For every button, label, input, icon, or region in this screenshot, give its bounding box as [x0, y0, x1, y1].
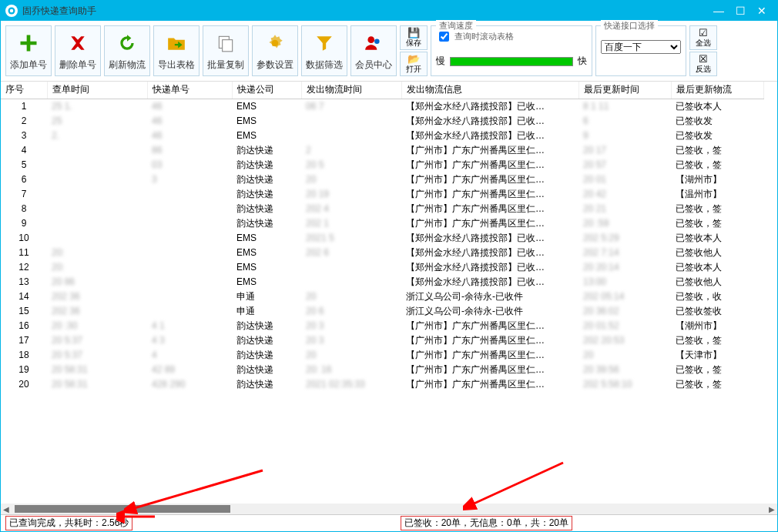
table-row[interactable]: 9韵达快递202 1【广州市】广东广州番禺区里仁…20 :59已签收，签	[1, 216, 763, 231]
cell-tracking: 03	[147, 158, 232, 172]
cell-last-time: 8 1 11	[578, 99, 671, 114]
copy-button[interactable]: 批量复制	[203, 25, 249, 76]
vip-button[interactable]: 会员中心	[350, 25, 397, 76]
cell-tracking: 46	[147, 129, 232, 143]
col-serial[interactable]: 序号	[1, 82, 47, 99]
table-row[interactable]: 1920 58:3142 89韵达快递20: 16【广州市】广东广州番禺区里仁……	[1, 363, 763, 377]
table-row[interactable]: 1220:EMS【郑州金水经八路揽投部】已收…20 20:14已签收本人	[1, 260, 763, 275]
slow-label: 慢	[436, 55, 445, 68]
cell-tracking	[147, 304, 232, 319]
close-button[interactable]: ✕	[751, 3, 773, 18]
status-bar: 已查询完成，共耗时：2.56秒 已签收：20单，无信息：0单，共：20单	[1, 514, 777, 531]
scroll-thumb[interactable]	[15, 505, 230, 513]
speed-slider[interactable]	[450, 57, 573, 66]
cell-last-time: 202 20:53	[578, 333, 671, 348]
select-all-button[interactable]: ☑ 全选	[689, 25, 717, 50]
cell-last-info: 【湖州市】	[671, 172, 763, 187]
cell-send-info: 【郑州金水经八路揽投部】已收…	[401, 246, 578, 260]
cell-send-info: 【广州市】广东广州番禺区里仁…	[401, 348, 578, 363]
cell-serial: 12	[1, 260, 47, 275]
cell-tracking	[147, 231, 232, 246]
cell-last-info: 已签收，签	[671, 216, 763, 231]
open-button[interactable]: 📂 打开	[400, 52, 428, 76]
cell-query-time: 20 58:31	[47, 363, 147, 377]
cell-send-info: 【郑州金水经八路揽投部】已收…	[401, 231, 578, 246]
delete-button[interactable]: 删除单号	[55, 25, 101, 76]
cell-query-time	[47, 216, 147, 231]
table-row[interactable]: 14202 36申通20浙江义乌公司-余待永-已收件202 05:14已签收，收	[1, 289, 763, 304]
add-button[interactable]: 添加单号	[5, 25, 52, 76]
cell-last-time: 9	[578, 129, 671, 143]
minimize-button[interactable]: —	[708, 3, 729, 18]
table-row[interactable]: 63韵达快递20【广州市】广东广州番禺区里仁…20 01【湖州市】	[1, 172, 763, 187]
cell-serial: 16	[1, 319, 47, 333]
cell-tracking	[147, 187, 232, 202]
interface-select[interactable]: 百度一下	[601, 40, 681, 54]
data-table[interactable]: 序号 查单时间 快递单号 快递公司 发出物流时间 发出物流信息 最后更新时间 最…	[1, 82, 764, 392]
cell-company: 韵达快递	[232, 158, 301, 172]
table-row[interactable]: 1120:EMS202 6【郑州金水经八路揽投部】已收…202 7:14已签收他…	[1, 246, 763, 260]
cell-send-time	[301, 275, 401, 289]
save-button[interactable]: 💾 保存	[400, 25, 428, 50]
cell-last-time: 20 39:56	[578, 363, 671, 377]
table-row[interactable]: 15202 36申通20 6浙江义乌公司-余待永-已收件20 36:02已签收签…	[1, 304, 763, 319]
table-row[interactable]: 1620 :304 1韵达快递20 3【广州市】广东广州番禺区里仁…20 01:…	[1, 319, 763, 333]
table-row[interactable]: 8韵达快递202 4【广州市】广东广州番禺区里仁…20 21已签收，签	[1, 202, 763, 216]
scroll-left-icon[interactable]: ◀	[1, 504, 12, 514]
table-row[interactable]: 125 1.46EMS06 7【郑州金水经八路揽投部】已收…8 1 11已签收本…	[1, 99, 763, 114]
cell-company: EMS	[232, 114, 301, 129]
settings-button[interactable]: 参数设置	[252, 25, 298, 76]
cell-send-time: 20 3	[301, 333, 401, 348]
col-tracking-no[interactable]: 快递单号	[147, 82, 232, 99]
cell-query-time: 20 86	[47, 275, 147, 289]
export-button[interactable]: 导出表格	[153, 25, 200, 76]
cell-send-info: 【广州市】广东广州番禺区里仁…	[401, 377, 578, 392]
cell-last-time: 20 01	[578, 172, 671, 187]
scroll-right-icon[interactable]: ▶	[766, 504, 777, 514]
cell-serial: 17	[1, 333, 47, 348]
cell-tracking	[147, 202, 232, 216]
cell-tracking: 42 89	[147, 363, 232, 377]
cell-query-time: 20:	[47, 246, 147, 260]
table-row[interactable]: 1820 5:374 韵达快递20【广州市】广东广州番禺区里仁…20【天津市】	[1, 348, 763, 363]
table-row[interactable]: 22546EMS【郑州金水经八路揽投部】已收… 6已签收发	[1, 114, 763, 129]
col-query-time[interactable]: 查单时间	[47, 82, 147, 99]
table-row[interactable]: 486韵达快递2【广州市】广东广州番禺区里仁…20 17已签收，签	[1, 143, 763, 158]
horizontal-scrollbar[interactable]: ◀ ▶	[1, 504, 777, 514]
cell-send-time: 20 6	[301, 304, 401, 319]
scroll-checkbox[interactable]	[439, 32, 449, 42]
cell-company: 韵达快递	[232, 172, 301, 187]
cell-last-time: 20	[578, 348, 671, 363]
cell-company: EMS	[232, 129, 301, 143]
cell-last-time: 20 :59	[578, 216, 671, 231]
cell-last-info: 已签收他人	[671, 275, 763, 289]
col-send-info[interactable]: 发出物流信息	[401, 82, 578, 99]
svg-point-5	[367, 36, 374, 43]
table-row[interactable]: 1720 5:374 3韵达快递20 3【广州市】广东广州番禺区里仁…202 2…	[1, 333, 763, 348]
filter-button[interactable]: 数据筛选	[301, 25, 347, 76]
cell-last-time: 20 21	[578, 202, 671, 216]
col-send-time[interactable]: 发出物流时间	[301, 82, 401, 99]
col-last-info[interactable]: 最后更新物流	[671, 82, 763, 99]
table-row[interactable]: 503韵达快递20 5【广州市】广东广州番禺区里仁…20 57已签收，签	[1, 158, 763, 172]
cell-send-info: 【郑州金水经八路揽投部】已收…	[401, 114, 578, 129]
table-area: 序号 查单时间 快递单号 快递公司 发出物流时间 发出物流信息 最后更新时间 最…	[1, 82, 777, 504]
cell-tracking	[147, 260, 232, 275]
cell-last-time: 202 7:14	[578, 246, 671, 260]
table-row[interactable]: 2020 58:31428 290韵达快递2021 02:35:33【广州市】广…	[1, 377, 763, 392]
cell-query-time	[47, 231, 147, 246]
table-row[interactable]: 1320 86EMS【郑州金水经八路揽投部】已收…13:00已签收他人	[1, 275, 763, 289]
maximize-button[interactable]: ☐	[729, 3, 751, 18]
table-row[interactable]: 10EMS2021 5【郑州金水经八路揽投部】已收…202 5:29已签收本人	[1, 231, 763, 246]
col-company[interactable]: 快递公司	[232, 82, 301, 99]
col-last-time[interactable]: 最后更新时间	[578, 82, 671, 99]
cell-send-time	[301, 260, 401, 275]
table-row[interactable]: 32.46EMS【郑州金水经八路揽投部】已收… 9已签收发	[1, 129, 763, 143]
cell-serial: 8	[1, 202, 47, 216]
cell-company: 申通	[232, 289, 301, 304]
cell-send-info: 【广州市】广东广州番禺区里仁…	[401, 202, 578, 216]
table-row[interactable]: 7韵达快递20 19【广州市】广东广州番禺区里仁…20 42【温州市】	[1, 187, 763, 202]
cell-tracking: 428 290	[147, 377, 232, 392]
invert-button[interactable]: ☒ 反选	[689, 52, 717, 76]
refresh-button[interactable]: 刷新物流	[104, 25, 150, 76]
